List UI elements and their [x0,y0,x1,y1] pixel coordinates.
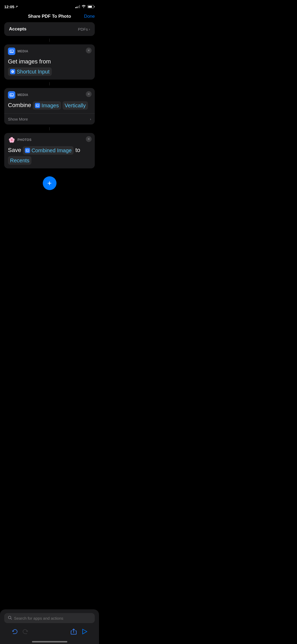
main-content: Accepts PDFs › MEDIA ✕ Get images from [0,22,99,195]
action1-body: Get images from Shortcut Input [4,57,95,80]
action2-header: MEDIA ✕ [4,88,95,100]
svg-point-8 [27,150,27,150]
battery-body [87,5,94,8]
svg-point-4 [11,94,11,95]
combine-images-action-card: MEDIA ✕ Combine Images Vertically Show [4,88,95,125]
action2-images-label: Images [41,102,59,109]
action3-recents-label: Recents [10,157,29,164]
svg-point-1 [11,50,11,51]
connector-line [49,39,50,42]
action3-close-button[interactable]: ✕ [86,136,92,142]
show-more-label: Show More [8,117,28,121]
nav-title: Share PDF To Photo [28,14,71,19]
action2-prefix: Combine [8,101,31,109]
connector-line-2 [49,82,50,85]
add-action-button[interactable]: + [43,176,56,190]
status-time: 12:05 ↗ [4,4,18,9]
action2-close-button[interactable]: ✕ [86,91,92,97]
action2-category: MEDIA [17,93,28,97]
battery-icon [87,5,95,8]
signal-bar-1 [75,7,76,8]
add-icon: + [47,180,51,187]
connector-3 [4,127,95,130]
show-more-button[interactable]: Show More › [4,113,95,125]
action3-header: 🌸 PHOTOS ✕ [4,133,95,145]
action3-combined-label: Combined Image [31,147,72,154]
action3-body: Save Combined Image to Recents [4,145,95,168]
signal-bar-3 [78,6,79,8]
save-image-action-card: 🌸 PHOTOS ✕ Save Combined Image to Recent… [4,133,95,168]
action1-close-button[interactable]: ✕ [86,48,92,53]
accepts-value-text: PDFs [78,27,88,31]
action1-prefix: Get images from [8,58,51,66]
accepts-label: Accepts [9,26,26,32]
action2-vertically-label: Vertically [65,102,86,109]
accepts-value[interactable]: PDFs › [78,27,90,31]
action1-token-label: Shortcut Input [17,68,50,75]
action3-photos-icon: 🌸 [8,136,15,144]
action1-header: MEDIA ✕ [4,44,95,57]
signal-bar-4 [79,5,80,8]
get-images-action-card: MEDIA ✕ Get images from Shortcut Input [4,44,95,80]
action1-shortcut-input-token[interactable]: Shortcut Input [8,67,52,76]
signal-bars-icon [75,5,80,8]
connector-line-3 [49,127,50,130]
nav-header: Share PDF To Photo Done [0,12,99,22]
chevron-right-show-more-icon: › [90,117,91,121]
connector-1 [4,39,95,42]
time-text: 12:05 [4,4,14,9]
status-icons [75,5,95,9]
done-button[interactable]: Done [84,14,95,19]
wifi-icon [82,5,86,9]
combined-image-token-icon [25,148,30,153]
action3-category: PHOTOS [17,138,31,142]
action3-prefix: Save [8,146,21,154]
accepts-card[interactable]: Accepts PDFs › [4,22,95,36]
action1-category: MEDIA [17,49,28,53]
action3-middle-text: to [75,146,80,154]
action3-combined-image-token[interactable]: Combined Image [23,146,74,155]
chevron-right-icon: › [89,27,90,31]
connector-2 [4,82,95,85]
battery-fill [88,6,92,8]
status-bar: 12:05 ↗ [0,0,99,12]
action3-recents-token[interactable]: Recents [8,156,31,165]
add-button-container: + [4,171,95,195]
action2-vertically-token[interactable]: Vertically [63,101,88,110]
action2-body: Combine Images Vertically [4,100,95,113]
location-arrow-icon: ↗ [15,5,18,8]
svg-point-6 [37,105,37,105]
signal-bar-2 [77,7,77,8]
action2-media-icon [8,91,15,99]
images-token-icon [35,103,40,108]
shortcut-input-token-icon [10,69,15,74]
action1-media-icon [8,48,15,55]
action2-images-token[interactable]: Images [33,101,61,110]
battery-tip [94,6,95,7]
